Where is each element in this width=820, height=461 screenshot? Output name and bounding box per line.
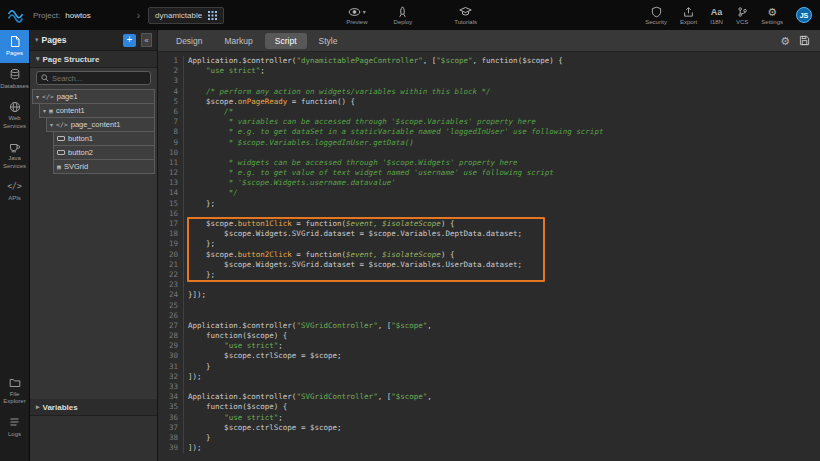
code-text: $scope.Widgets.SVGrid.dataset = $scope.V… — [184, 229, 522, 239]
code-text: Application.$controller("SVGridControlle… — [184, 321, 432, 331]
code-line[interactable]: 35 function($scope) { — [158, 402, 820, 412]
line-number: 35 — [158, 402, 184, 412]
code-line[interactable]: 4 /* perform any action on widgets/varia… — [158, 87, 820, 97]
code-line[interactable]: 10 — [158, 148, 820, 158]
code-line[interactable]: 20 $scope.button2Click = function($event… — [158, 250, 820, 260]
i18n-button[interactable]: Aa I18N — [710, 6, 723, 25]
code-line[interactable]: 16 — [158, 209, 820, 219]
search-box[interactable] — [36, 71, 151, 85]
code-line[interactable]: 23 — [158, 280, 820, 290]
project-name[interactable]: howtos — [65, 11, 90, 20]
code-line[interactable]: 11 * widgets can be accessed through '$s… — [158, 158, 820, 168]
code-line[interactable]: 7 * variables can be accessed through '$… — [158, 117, 820, 127]
editor-settings-gear-icon[interactable]: ⚙ — [780, 35, 790, 47]
tree-row: ▾</>page_content1 — [32, 117, 155, 132]
security-label: Security — [645, 19, 667, 25]
code-line[interactable]: 3 — [158, 76, 820, 86]
vcs-button[interactable]: VCS — [736, 6, 748, 25]
code-line[interactable]: 33 — [158, 382, 820, 392]
chevron-down-icon[interactable]: ▾ — [43, 107, 46, 114]
preview-button[interactable]: ▾ Preview — [346, 6, 367, 25]
code-line[interactable]: 18 $scope.Widgets.SVGrid.dataset = $scop… — [158, 229, 820, 239]
line-number: 37 — [158, 423, 184, 433]
code-line[interactable]: 12 * e.g. to get value of text widget na… — [158, 168, 820, 178]
pages-panel-header[interactable]: ▾ Pages + « — [30, 30, 157, 51]
export-button[interactable]: Export — [680, 6, 697, 25]
code-line[interactable]: 28 function($scope) { — [158, 331, 820, 341]
code-line[interactable]: 15 }; — [158, 199, 820, 209]
code-line[interactable]: 5 $scope.onPageReady = function() { — [158, 97, 820, 107]
rail-item-java-services[interactable]: Java Services — [0, 135, 29, 175]
code-text: * e.g. to get dataSet in a staticVariabl… — [184, 127, 603, 137]
rail-item-databases[interactable]: Databases — [0, 63, 29, 96]
code-line[interactable]: 37 $scope.ctrlScope = $scope; — [158, 423, 820, 433]
code-editor[interactable]: 1Application.$controller("dynamictablePa… — [158, 52, 820, 461]
page-selector-dropdown[interactable]: dynamictable — [148, 7, 224, 24]
add-page-button[interactable]: + — [123, 34, 136, 47]
page-structure-header[interactable]: ▾ Page Structure — [30, 51, 157, 68]
variables-header[interactable]: ▸ Variables — [30, 399, 157, 416]
code-line[interactable]: 34Application.$controller("SVGridControl… — [158, 392, 820, 402]
code-line[interactable]: 22 }; — [158, 270, 820, 280]
search-input[interactable] — [52, 74, 146, 83]
code-icon: </> — [56, 121, 68, 129]
tab-style[interactable]: Style — [309, 33, 348, 49]
rail-item-logs[interactable]: Logs — [0, 411, 29, 444]
code-line[interactable]: 31 } — [158, 362, 820, 372]
code-line[interactable]: 13 * '$scope.Widgets.username.datavalue' — [158, 178, 820, 188]
tab-design[interactable]: Design — [166, 33, 212, 49]
code-text: $scope.onPageReady = function() { — [184, 97, 355, 107]
code-line[interactable]: 36 "use strict"; — [158, 413, 820, 423]
tree-item-button1[interactable]: button1 — [53, 131, 155, 146]
app-root: Project: howtos › dynamictable — [0, 0, 820, 461]
code-line[interactable]: 38 } — [158, 433, 820, 443]
tree-item-button2[interactable]: button2 — [53, 145, 155, 160]
code-line[interactable]: 8 * e.g. to get dataSet in a staticVaria… — [158, 127, 820, 137]
tree-item-page_content1[interactable]: ▾</>page_content1 — [46, 117, 155, 132]
code-line[interactable]: 24}]); — [158, 290, 820, 300]
security-button[interactable]: Security — [645, 6, 667, 25]
tutorials-button[interactable]: Tutorials — [454, 6, 477, 25]
chevron-down-icon[interactable]: ▾ — [50, 121, 53, 128]
code-line[interactable]: 32]); — [158, 372, 820, 382]
code-line[interactable]: 39]); — [158, 443, 820, 453]
code-line[interactable]: 14 */ — [158, 188, 820, 198]
code-text: }; — [184, 270, 215, 280]
code-text: Application.$controller("dynamictablePag… — [184, 56, 563, 66]
line-number: 28 — [158, 331, 184, 341]
rail-item-apis[interactable]: </>APIs — [0, 175, 29, 208]
code-line[interactable]: 29 "use strict"; — [158, 341, 820, 351]
code-line[interactable]: 2 "use strict"; — [158, 66, 820, 76]
code-line[interactable]: 21 $scope.Widgets.SVGrid.dataset = $scop… — [158, 260, 820, 270]
rail-item-label: APIs — [8, 195, 21, 203]
code-line[interactable]: 9 * $scope.Variables.loggedInUser.getDat… — [158, 138, 820, 148]
code-text: */ — [184, 188, 238, 198]
rail-item-pages[interactable]: Pages — [0, 30, 29, 63]
line-number: 13 — [158, 178, 184, 188]
collapse-panel-button[interactable]: « — [141, 33, 152, 47]
code-line[interactable]: 27Application.$controller("SVGridControl… — [158, 321, 820, 331]
settings-button[interactable]: ⚙ Settings — [761, 6, 783, 25]
chevron-down-icon[interactable]: ▾ — [363, 8, 366, 15]
tree-item-svgrid[interactable]: ▦SVGrid — [53, 159, 155, 174]
save-icon[interactable] — [799, 35, 810, 46]
chevron-down-icon[interactable]: ▾ — [36, 93, 39, 100]
tree-item-content1[interactable]: ▾▣content1 — [39, 103, 155, 118]
tree-item-page1[interactable]: ▾</>page1 — [32, 89, 155, 104]
doc-icon — [9, 35, 21, 48]
code-line[interactable]: 19 }; — [158, 239, 820, 249]
rail-item-web-services[interactable]: Web Services — [0, 95, 29, 135]
code-line[interactable]: 1Application.$controller("dynamictablePa… — [158, 56, 820, 66]
code-line[interactable]: 30 $scope.ctrlScope = $scope; — [158, 351, 820, 361]
deploy-button[interactable]: Deploy — [394, 6, 413, 25]
editor-tabbar: DesignMarkupScriptStyle ⚙ — [158, 30, 820, 52]
wavemaker-logo-icon[interactable] — [7, 8, 24, 23]
user-avatar[interactable]: JS — [796, 7, 812, 23]
code-line[interactable]: 17 $scope.button1Click = function($event… — [158, 219, 820, 229]
code-line[interactable]: 25 — [158, 301, 820, 311]
tab-markup[interactable]: Markup — [214, 33, 262, 49]
code-line[interactable]: 6 /* — [158, 107, 820, 117]
tab-script[interactable]: Script — [265, 33, 307, 49]
code-line[interactable]: 26 — [158, 311, 820, 321]
rail-item-file-explorer[interactable]: File Explorer — [0, 371, 29, 411]
